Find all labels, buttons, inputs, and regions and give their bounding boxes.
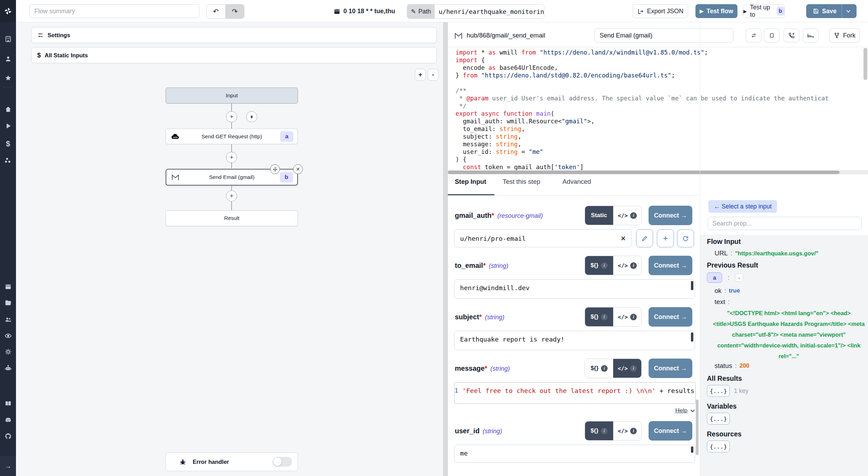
subject-textarea[interactable]: Earthquake report is ready! <box>454 331 695 350</box>
lightning-icon <box>249 114 254 120</box>
favorites-star-icon[interactable] <box>0 74 16 82</box>
form-scrollbar[interactable] <box>696 400 699 455</box>
windmill-logo-icon[interactable] <box>0 0 16 22</box>
collapse-sidebar-arrow-icon[interactable]: → <box>0 456 16 476</box>
user-id-textarea[interactable]: me <box>454 445 695 463</box>
user-icon[interactable] <box>0 55 16 63</box>
code-horizontal-scrollbar[interactable] <box>448 170 868 174</box>
select-step-input-pill[interactable]: ← Select a step input <box>708 200 777 213</box>
field-row-subject: subject*(string) ${}i </>i Connect → <box>455 307 692 327</box>
add-resource-button[interactable]: + <box>657 229 674 247</box>
settings-gear-icon[interactable] <box>0 348 16 355</box>
code-editor[interactable]: import * as wmill from "https://deno.lan… <box>456 49 858 171</box>
result-text-row[interactable]: text : <box>715 298 733 306</box>
svg-text:HTTP: HTTP <box>173 137 177 138</box>
suspend-phone-button[interactable] <box>784 28 799 42</box>
result-status-row[interactable]: status : 200 <box>715 362 749 370</box>
input-mode-toggle[interactable]: ${}i </>i <box>585 307 642 327</box>
export-json-button[interactable]: Export JSON <box>633 4 688 18</box>
resources-cubes-icon[interactable] <box>0 157 16 164</box>
docs-book-icon[interactable] <box>0 400 16 407</box>
input-mode-toggle[interactable]: ${}i </>i <box>585 256 642 275</box>
home-icon[interactable] <box>0 106 16 113</box>
message-expression-editor[interactable]: 1 'Feel free to check out the latest rep… <box>454 382 696 404</box>
text-value[interactable]: "<!DOCTYPE html> <html lang="en"> <head>… <box>712 308 865 362</box>
gmail-icon <box>454 32 463 39</box>
help-link[interactable]: Help <box>675 407 687 414</box>
tab-advanced[interactable]: Advanced <box>562 178 591 186</box>
input-mode-toggle[interactable]: ${}i </>i <box>585 421 642 441</box>
groups-users-icon[interactable] <box>0 316 16 323</box>
save-dropdown-button[interactable] <box>842 4 855 18</box>
discord-icon[interactable] <box>0 416 16 424</box>
input-mode-toggle[interactable]: Static </>i <box>585 206 642 225</box>
schedules-calendar-icon[interactable] <box>0 283 16 290</box>
stop-square-button[interactable] <box>764 28 779 42</box>
zoom-in-button[interactable]: + <box>415 69 426 81</box>
runs-play-icon[interactable] <box>0 122 16 130</box>
workspace-icon[interactable] <box>0 35 16 43</box>
move-node-button[interactable] <box>270 164 280 174</box>
fork-button[interactable]: Fork <box>829 28 860 42</box>
variables-object-chip[interactable]: {...} <box>707 413 730 425</box>
field-row-message: message*(string) ${}i </>i Connect → <box>455 359 692 378</box>
audit-eye-icon[interactable] <box>0 332 16 339</box>
tab-step-input[interactable]: Step Input <box>455 178 486 186</box>
add-step-button-2[interactable]: + <box>226 152 237 163</box>
sleep-bed-button[interactable] <box>803 28 818 42</box>
code-vertical-scrollbar[interactable] <box>863 48 867 80</box>
test-up-to-button[interactable]: ▶ Test up to b <box>743 4 785 18</box>
flow-settings-bar[interactable]: Settings <box>31 27 437 43</box>
flow-input-url-row[interactable]: URL : "https://earthquake.usgs.gov/" <box>715 249 818 257</box>
move-icon <box>273 167 278 172</box>
refresh-resource-button[interactable] <box>677 229 694 247</box>
connect-button[interactable]: Connect → <box>649 206 692 225</box>
undo-button[interactable]: ↶ <box>207 5 225 18</box>
add-step-button-1[interactable]: + <box>226 111 237 122</box>
workers-robot-icon[interactable] <box>0 364 16 372</box>
connect-button[interactable]: Connect → <box>649 307 692 327</box>
github-icon[interactable] <box>0 433 16 440</box>
connect-button[interactable]: Connect → <box>649 421 692 441</box>
connect-button[interactable]: Connect → <box>649 359 692 378</box>
hub-script-path[interactable]: hub/868/gmail/_send_email <box>454 28 545 42</box>
to-email-textarea[interactable]: henri@windmill.dev <box>454 279 695 299</box>
search-prop-input[interactable] <box>708 217 862 230</box>
tab-test-this-step[interactable]: Test this step <box>503 178 540 186</box>
step-a-pill[interactable]: a <box>707 272 722 283</box>
edit-resource-button[interactable] <box>636 229 653 247</box>
input-mode-toggle[interactable]: ${}i </>i <box>585 359 642 378</box>
redo-button[interactable]: ↷ <box>225 5 244 18</box>
chevron-down-icon[interactable] <box>690 409 695 412</box>
path-button[interactable]: ✎ Path u/henri/earthquake_monitorin <box>407 4 544 19</box>
header-divider <box>448 47 868 47</box>
resources-object-chip[interactable]: {...} <box>707 441 730 452</box>
flow-node-http[interactable]: HTTP Send GET Request (http) a <box>166 129 298 144</box>
delete-node-button[interactable]: ✕ <box>293 164 303 174</box>
flow-node-result[interactable]: Result <box>166 210 298 226</box>
all-static-inputs-bar[interactable]: $ All Static Inputs <box>31 47 437 63</box>
resource-picker-input[interactable]: u/henri/pro-email ✕ <box>454 229 632 247</box>
collapse-button[interactable]: - <box>735 273 743 282</box>
save-icon <box>813 8 819 14</box>
expression-string: 'Feel free to check out the latest repor… <box>462 387 656 394</box>
folders-icon[interactable] <box>0 299 16 306</box>
save-button[interactable]: Save <box>808 4 841 18</box>
zoom-out-button[interactable]: - <box>428 69 439 81</box>
canvas-scrollbar[interactable] <box>443 22 448 476</box>
flow-node-input[interactable]: Input <box>166 88 298 104</box>
trigger-bolt-button[interactable] <box>246 111 257 122</box>
add-step-button-3[interactable]: + <box>226 190 237 202</box>
swap-script-button[interactable] <box>746 28 761 42</box>
test-flow-button[interactable]: ▶ Test flow <box>695 4 737 18</box>
all-results-object-chip[interactable]: {...} <box>707 385 730 397</box>
connect-button[interactable]: Connect → <box>649 256 692 275</box>
result-ok-row[interactable]: ok : true <box>715 287 740 295</box>
variables-dollar-icon[interactable]: $ <box>0 139 16 148</box>
schedule-display[interactable]: 0 10 18 * * tue,thu <box>333 4 395 18</box>
step-name-input[interactable] <box>594 28 733 42</box>
clear-resource-icon[interactable]: ✕ <box>620 235 626 243</box>
save-button-group: Save <box>806 4 857 18</box>
error-handler-toggle[interactable] <box>273 457 292 467</box>
flow-summary-input[interactable] <box>29 4 199 18</box>
